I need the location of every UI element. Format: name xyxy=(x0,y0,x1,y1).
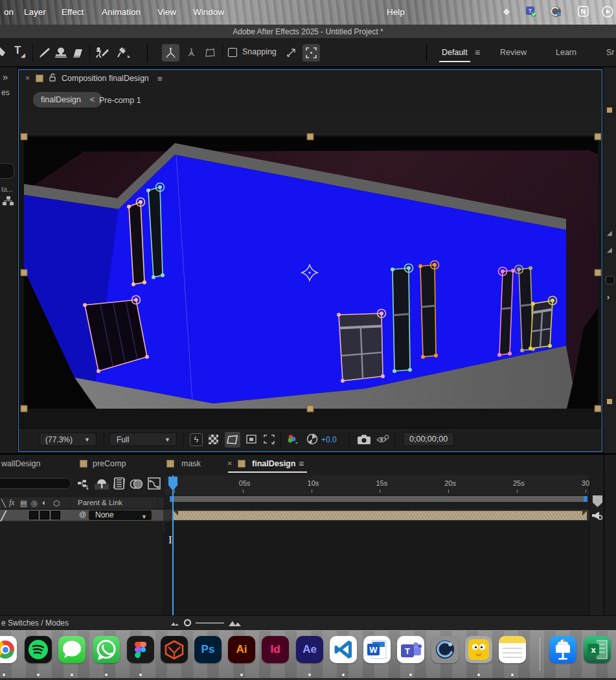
workspace-tab-learn[interactable]: Learn xyxy=(556,39,576,66)
dock-cinema4d-icon[interactable] xyxy=(431,636,459,663)
parent-dropdown-1[interactable]: None▼ xyxy=(89,510,152,520)
selection-handle[interactable] xyxy=(21,133,27,140)
dock-cyberduck-icon[interactable] xyxy=(465,636,492,663)
selection-handle[interactable] xyxy=(595,269,601,276)
timecode-display[interactable]: 0;00;00;00 xyxy=(403,432,454,446)
eraser-tool-icon[interactable] xyxy=(71,46,86,60)
toggle-switches-modes-button[interactable]: e Switches / Modes xyxy=(1,618,69,628)
dock-whatsapp-icon[interactable] xyxy=(93,636,120,663)
timeline-tab-walldesign[interactable]: wallDesign xyxy=(1,455,40,473)
zoom-slider-track[interactable] xyxy=(196,622,224,624)
fx-column-icon[interactable]: fx xyxy=(9,499,14,506)
workspace-tab-truncated[interactable]: Sr xyxy=(606,39,615,66)
menu-item-animation[interactable]: Animation xyxy=(102,0,141,25)
type-tool[interactable]: T◢ xyxy=(14,44,25,58)
dock-illustrator-icon[interactable]: Ai xyxy=(228,636,255,663)
exposure-value[interactable]: +0.0 xyxy=(321,435,337,444)
timeline-tab-mask[interactable]: mask xyxy=(181,455,201,473)
selection-handle[interactable] xyxy=(307,405,314,412)
dock-vscode-icon[interactable] xyxy=(330,636,357,663)
motion-blur-column-icon[interactable]: ◎ xyxy=(31,499,38,508)
show-snapshot-icon[interactable] xyxy=(376,435,390,444)
brush-tool-icon[interactable] xyxy=(38,46,52,60)
puppet-pin-tool-icon[interactable] xyxy=(115,46,131,60)
composition-tab-title[interactable]: Composition finalDesign xyxy=(62,74,149,83)
comp-marker-bin-icon[interactable] xyxy=(592,495,603,508)
timeline-tab-precomp[interactable]: preComp xyxy=(93,455,126,473)
status-notion-icon[interactable]: N xyxy=(578,6,589,17)
status-grid-icon[interactable]: ❖ xyxy=(503,7,510,17)
selection-handle[interactable] xyxy=(595,405,601,412)
composition-viewport[interactable] xyxy=(19,114,601,428)
dock-keynote-icon[interactable] xyxy=(549,636,576,663)
guides-button[interactable] xyxy=(245,433,257,445)
parent-link-header[interactable]: Parent & Link xyxy=(78,499,122,506)
selection-handle[interactable] xyxy=(21,405,27,412)
playhead-line[interactable] xyxy=(172,475,174,615)
playhead-handle[interactable] xyxy=(168,476,178,492)
mask-visibility-button[interactable] xyxy=(225,432,240,448)
menu-item-layer[interactable]: Layer xyxy=(24,0,46,25)
resolution-dropdown[interactable]: Full ▼ xyxy=(109,433,177,446)
exposure-reset-icon[interactable] xyxy=(306,433,319,446)
pickwhip-icon[interactable]: @ xyxy=(79,510,86,518)
local-axis-mode-button[interactable] xyxy=(162,44,179,62)
dock-photoshop-icon[interactable]: Ps xyxy=(194,636,222,663)
menu-item-effect[interactable]: Effect xyxy=(62,0,84,25)
panel-expand-chevrons[interactable]: » xyxy=(3,71,6,82)
view-axis-mode-button[interactable] xyxy=(201,44,219,62)
lock-icon[interactable] xyxy=(49,73,58,82)
dock-chrome-icon[interactable] xyxy=(0,636,17,663)
frame-blend-column-icon[interactable]: ▤ xyxy=(20,499,27,508)
dock-teams-icon[interactable]: T xyxy=(397,636,424,663)
transparency-grid-button[interactable] xyxy=(209,435,218,444)
panel-menu-icon[interactable]: ≡ xyxy=(299,455,304,473)
dock-figma-icon[interactable] xyxy=(127,636,154,663)
dock-3d-cube-app-icon[interactable] xyxy=(161,636,188,663)
menu-item-window[interactable]: Window xyxy=(193,0,224,25)
snapshot-camera-icon[interactable] xyxy=(357,434,371,445)
graph-editor-icon[interactable] xyxy=(148,477,161,490)
adjustment-column-icon[interactable]: ◐ xyxy=(42,499,47,506)
dock-notes-icon[interactable] xyxy=(499,636,526,663)
close-tab-icon[interactable]: × xyxy=(25,74,30,83)
workspace-menu-icon[interactable]: ≡ xyxy=(475,39,480,66)
comp-button-icon[interactable] xyxy=(591,511,603,521)
timeline-search-input[interactable] xyxy=(0,478,71,489)
dock-messages-icon[interactable] xyxy=(58,636,86,663)
workspace-tab-default[interactable]: Default xyxy=(442,39,468,66)
world-axis-mode-button[interactable] xyxy=(183,44,200,62)
mini-flowchart-icon[interactable] xyxy=(78,479,91,490)
dock-spotify-icon[interactable] xyxy=(25,636,52,663)
menu-item-truncated[interactable]: on xyxy=(4,0,14,25)
selection-handle[interactable] xyxy=(21,269,27,276)
roto-brush-tool-icon[interactable] xyxy=(93,46,110,60)
panel-expand-arrow[interactable]: › xyxy=(607,293,610,302)
flowchart-icon[interactable] xyxy=(3,196,14,206)
layer-row-1[interactable]: ╱ @ None▼ xyxy=(0,510,163,521)
magnification-dropdown[interactable]: (77.3%) ▼ xyxy=(40,433,97,446)
timeline-tab-finaldesign[interactable]: finalDesign xyxy=(252,455,295,473)
status-teams-icon[interactable]: T xyxy=(525,6,537,17)
dock-word-icon[interactable]: W xyxy=(363,636,391,663)
selection-handle[interactable] xyxy=(595,133,601,140)
region-of-interest-button[interactable] xyxy=(302,44,320,62)
scale-arrow-icon[interactable] xyxy=(285,46,298,60)
menu-item-help[interactable]: Help xyxy=(387,0,405,25)
time-ruler[interactable]: 0s05s10s15s20s25s30s xyxy=(165,475,589,495)
channel-button[interactable] xyxy=(286,433,298,445)
motion-blur-icon[interactable] xyxy=(130,479,144,490)
draft-3d-icon[interactable] xyxy=(95,478,109,490)
breadcrumb-parent[interactable]: Pre-comp 1 xyxy=(99,96,141,105)
search-box-fragment[interactable] xyxy=(0,163,14,179)
selection-handle[interactable] xyxy=(307,133,314,140)
frame-blending-icon[interactable] xyxy=(113,477,126,490)
zoom-in-mountain-icon[interactable] xyxy=(228,618,242,627)
menu-item-view[interactable]: View xyxy=(157,0,176,25)
work-area-end[interactable] xyxy=(584,496,587,502)
dock-excel-icon[interactable]: x xyxy=(584,636,611,663)
timeline-zoom-slider[interactable] xyxy=(184,619,191,626)
breadcrumb-current[interactable]: finalDesign< xyxy=(33,92,102,108)
status-play-icon[interactable] xyxy=(602,6,613,17)
dock-aftereffects-icon[interactable]: Ae xyxy=(296,636,323,663)
